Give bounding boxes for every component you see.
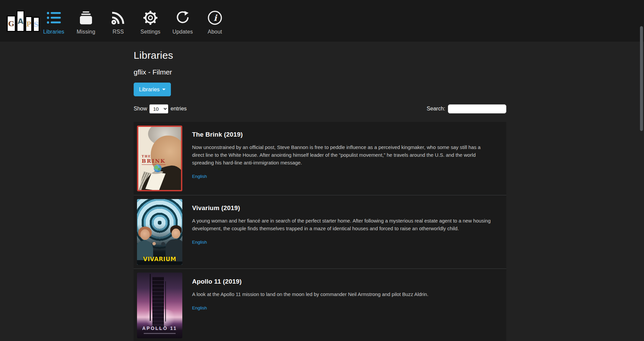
nav-item-libraries[interactable]: Libraries bbox=[38, 0, 70, 42]
search-input[interactable] bbox=[448, 104, 506, 113]
gear-icon bbox=[143, 9, 158, 27]
poster-title-text: VIVARIUM bbox=[137, 256, 182, 262]
page-length-control: Show 10 entries bbox=[134, 104, 187, 113]
movie-description: A young woman and her fiancé are in sear… bbox=[192, 217, 493, 233]
page-title: Libraries bbox=[134, 50, 506, 61]
nav-label: Missing bbox=[77, 29, 95, 35]
table-controls: Show 10 entries Search: bbox=[134, 104, 506, 113]
poster-art bbox=[154, 164, 162, 172]
gaps-logo[interactable]: G A P S bbox=[7, 10, 40, 32]
chevron-down-icon bbox=[162, 89, 166, 90]
nav-item-missing[interactable]: Missing bbox=[70, 0, 102, 42]
movie-info: Apollo 11 (2019) A look at the Apollo 11… bbox=[182, 273, 503, 338]
movie-poster-the-brink[interactable]: THE BRINK bbox=[137, 126, 182, 191]
search-label: Search: bbox=[427, 106, 445, 112]
movie-title: Vivarium (2019) bbox=[192, 204, 493, 212]
refresh-icon bbox=[175, 9, 190, 27]
entries-label: entries bbox=[171, 106, 187, 112]
top-navbar: G A P S Libraries Missin bbox=[0, 0, 644, 42]
movie-row-apollo-11: APOLLO 11 Apollo 11 (2019) A look at the… bbox=[134, 269, 506, 341]
vertical-scrollbar-thumb[interactable] bbox=[640, 26, 643, 131]
list-icon bbox=[46, 9, 61, 27]
nav-label: Settings bbox=[140, 29, 160, 35]
page-size-select[interactable]: 10 bbox=[149, 104, 168, 113]
nav-item-about[interactable]: i About bbox=[199, 0, 231, 42]
poster-art bbox=[150, 274, 151, 321]
movie-description: Now unconstrained by an official post, S… bbox=[192, 144, 493, 167]
show-label: Show bbox=[134, 106, 147, 112]
library-name: gflix - Filmer bbox=[134, 68, 506, 76]
main-nav: Libraries Missing RSS bbox=[38, 0, 231, 42]
poster-art bbox=[152, 277, 164, 328]
nav-label: RSS bbox=[112, 29, 124, 35]
logo-tile-a: A bbox=[16, 10, 25, 32]
poster-art bbox=[144, 333, 176, 334]
nav-item-settings[interactable]: Settings bbox=[134, 0, 167, 42]
stack-icon bbox=[78, 9, 94, 27]
info-icon: i bbox=[207, 9, 223, 27]
language-link[interactable]: English bbox=[192, 174, 207, 179]
movie-poster-vivarium[interactable]: VIVARIUM bbox=[137, 199, 182, 265]
poster-art bbox=[161, 242, 165, 246]
language-link[interactable]: English bbox=[192, 305, 207, 310]
main-content: Libraries gflix - Filmer Libraries Show … bbox=[134, 42, 506, 341]
nav-label: Libraries bbox=[43, 29, 64, 35]
poster-title-text: APOLLO 11 bbox=[137, 326, 182, 331]
nav-item-rss[interactable]: RSS bbox=[102, 0, 134, 42]
libraries-dropdown-button[interactable]: Libraries bbox=[134, 83, 171, 96]
language-link[interactable]: English bbox=[192, 240, 207, 245]
search-control: Search: bbox=[427, 104, 506, 113]
poster-art bbox=[165, 281, 166, 322]
libraries-dropdown-label: Libraries bbox=[139, 87, 159, 93]
movie-table: THE BRINK The Brink (2019) Now unconstra… bbox=[134, 122, 506, 341]
nav-label: Updates bbox=[173, 29, 193, 35]
poster-title-text: THE BRINK bbox=[142, 155, 166, 165]
movie-info: Vivarium (2019) A young woman and her fi… bbox=[182, 199, 503, 265]
svg-text:i: i bbox=[214, 13, 218, 23]
logo-letter: P bbox=[26, 20, 31, 28]
logo-tile-g: G bbox=[7, 15, 16, 32]
poster-art bbox=[137, 227, 153, 260]
rss-icon bbox=[111, 9, 126, 27]
movie-info: The Brink (2019) Now unconstrained by an… bbox=[182, 126, 503, 191]
movie-row-the-brink: THE BRINK The Brink (2019) Now unconstra… bbox=[134, 122, 506, 195]
logo-letter: G bbox=[8, 19, 14, 28]
nav-item-updates[interactable]: Updates bbox=[167, 0, 199, 42]
movie-row-vivarium: VIVARIUM Vivarium (2019) A young woman a… bbox=[134, 195, 506, 269]
logo-letter: A bbox=[17, 17, 23, 26]
movie-title: The Brink (2019) bbox=[192, 131, 493, 138]
nav-label: About bbox=[208, 29, 222, 35]
movie-description: A look at the Apollo 11 mission to land … bbox=[192, 291, 493, 298]
logo-tile-p: P bbox=[25, 16, 32, 32]
movie-poster-apollo-11[interactable]: APOLLO 11 bbox=[137, 273, 182, 338]
movie-title: Apollo 11 (2019) bbox=[192, 278, 493, 285]
